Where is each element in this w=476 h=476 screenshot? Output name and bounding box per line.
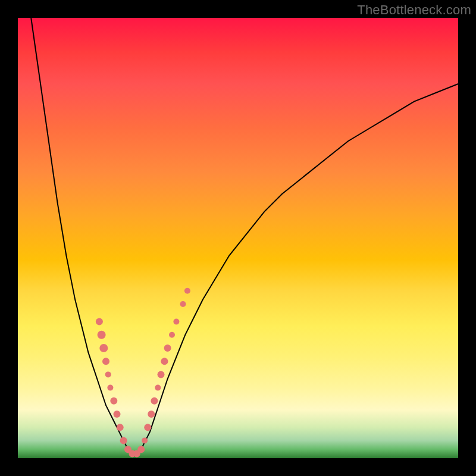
marker-group (96, 288, 190, 458)
data-marker (169, 332, 175, 338)
data-marker (158, 371, 165, 378)
data-marker (96, 318, 103, 325)
plot-area (18, 18, 458, 458)
data-marker (151, 397, 158, 405)
data-marker (107, 385, 113, 391)
curve-left-curve (31, 18, 132, 454)
curve-right-curve (137, 84, 458, 454)
data-marker (114, 411, 121, 418)
data-marker (117, 424, 124, 431)
data-marker (180, 301, 186, 307)
chart-container: TheBottleneck.com (0, 0, 476, 476)
chart-svg (18, 18, 458, 458)
curve-group (31, 18, 458, 454)
data-marker (184, 288, 190, 294)
data-marker (144, 424, 151, 431)
data-marker (120, 437, 127, 444)
data-marker (164, 345, 171, 352)
data-marker (99, 344, 108, 352)
data-marker (161, 358, 168, 365)
data-marker (148, 411, 155, 418)
data-marker (137, 446, 145, 453)
data-marker (98, 331, 106, 339)
data-marker (102, 358, 109, 365)
data-marker (110, 397, 117, 405)
data-marker (105, 371, 111, 377)
data-marker (173, 319, 179, 325)
data-marker (155, 385, 161, 391)
data-marker (142, 437, 148, 443)
watermark-text: TheBottleneck.com (357, 2, 471, 18)
